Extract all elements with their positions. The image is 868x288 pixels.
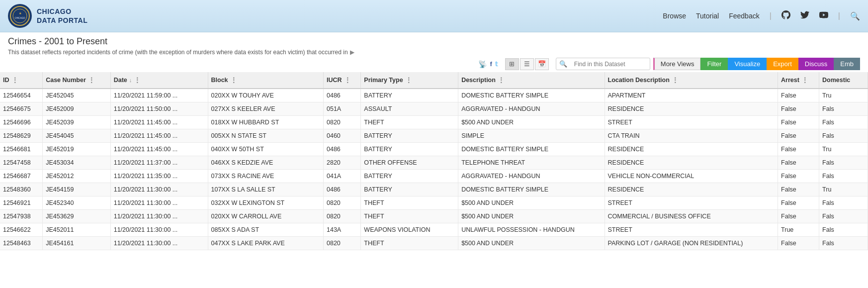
cell-loc: STREET: [605, 223, 778, 237]
search-button[interactable]: 🔍: [850, 11, 860, 21]
cell-arrest: False: [778, 170, 819, 183]
col-type-menu[interactable]: ⋮: [405, 76, 412, 84]
twitter-icon[interactable]: [800, 10, 809, 21]
cell-domestic: Fals: [819, 223, 868, 237]
calendar-view-button[interactable]: 📅: [535, 58, 549, 70]
cell-type: BATTERY: [361, 143, 458, 156]
cell-arrest: False: [778, 143, 819, 156]
cell-desc: AGGRAVATED - HANDGUN: [458, 170, 605, 183]
nav-divider: |: [770, 11, 772, 20]
facebook-icon[interactable]: f: [490, 60, 492, 68]
discuss-tab[interactable]: Discuss: [798, 58, 834, 70]
col-header-id: ID ⋮: [0, 72, 43, 89]
cell-domestic: Fals: [819, 156, 868, 170]
cell-block: 005XX N STATE ST: [208, 129, 324, 143]
cell-case: JE452340: [43, 196, 111, 210]
cell-iucr: 0486: [324, 183, 361, 196]
cell-date: 11/20/2021 11:45:00 ...: [110, 143, 208, 156]
dataset-info: Crimes - 2001 to Present This dataset re…: [0, 32, 868, 56]
cell-iucr: 2820: [324, 156, 361, 170]
view-buttons: ⊞ ☰ 📅: [505, 58, 549, 70]
cell-date: 11/20/2021 11:59:00 ...: [110, 89, 208, 102]
col-arrest-menu[interactable]: ⋮: [801, 76, 808, 84]
expand-description-arrow[interactable]: ▶: [350, 49, 354, 56]
col-desc-menu[interactable]: ⋮: [498, 76, 505, 84]
cell-domestic: Fals: [819, 196, 868, 210]
social-share-icons: 📡 f 𝕥: [478, 60, 498, 68]
embed-tab[interactable]: Emb: [834, 58, 860, 70]
cell-block: 085XX S ADA ST: [208, 223, 324, 237]
cell-type: THEFT: [361, 237, 458, 250]
cell-desc: DOMESTIC BATTERY SIMPLE: [458, 89, 605, 102]
cell-domestic: Fals: [819, 170, 868, 183]
cell-desc: UNLAWFUL POSSESSION - HANDGUN: [458, 223, 605, 237]
cell-iucr: 0486: [324, 143, 361, 156]
cell-iucr: 041A: [324, 170, 361, 183]
cell-id: 12546681: [0, 143, 43, 156]
cell-iucr: 0820: [324, 196, 361, 210]
data-table-container: ID ⋮ Case Number ⋮ Date ↓ ⋮: [0, 72, 868, 250]
table-row: 12548463JE45416111/20/2021 11:30:00 ...0…: [0, 237, 868, 250]
more-views-tab[interactable]: More Views: [653, 58, 701, 70]
col-iucr-menu[interactable]: ⋮: [344, 76, 351, 84]
col-header-iucr: IUCR ⋮: [324, 72, 361, 89]
logo-text: CHICAGO DATA PORTAL: [37, 7, 87, 25]
cell-id: 12548629: [0, 129, 43, 143]
col-case-menu[interactable]: ⋮: [88, 76, 95, 84]
cell-id: 12546654: [0, 89, 43, 102]
cell-type: WEAPONS VIOLATION: [361, 223, 458, 237]
col-block-menu[interactable]: ⋮: [230, 76, 237, 84]
cell-id: 12546675: [0, 102, 43, 116]
list-view-button[interactable]: ☰: [520, 58, 534, 70]
cell-id: 12547458: [0, 156, 43, 170]
cell-block: 018XX W HUBBARD ST: [208, 116, 324, 129]
cell-type: BATTERY: [361, 129, 458, 143]
nav-tutorial[interactable]: Tutorial: [696, 12, 719, 20]
cell-date: 11/20/2021 11:45:00 ...: [110, 116, 208, 129]
filter-tab[interactable]: Filter: [700, 58, 728, 70]
table-row: 12546921JE45234011/20/2021 11:30:00 ...0…: [0, 196, 868, 210]
table-row: 12546687JE45201211/20/2021 11:35:00 ...0…: [0, 170, 868, 183]
cell-arrest: False: [778, 210, 819, 223]
cell-type: OTHER OFFENSE: [361, 156, 458, 170]
cell-iucr: 0460: [324, 129, 361, 143]
cell-arrest: False: [778, 196, 819, 210]
cell-id: 12548463: [0, 237, 43, 250]
cell-date: 11/20/2021 11:30:00 ...: [110, 196, 208, 210]
cell-date: 11/20/2021 11:45:00 ...: [110, 129, 208, 143]
date-sort-icon[interactable]: ↓: [129, 77, 132, 83]
col-header-loc: Location Description ⋮: [605, 72, 778, 89]
cell-block: 040XX W 50TH ST: [208, 143, 324, 156]
table-header: ID ⋮ Case Number ⋮ Date ↓ ⋮: [0, 72, 868, 89]
cell-desc: DOMESTIC BATTERY SIMPLE: [458, 183, 605, 196]
grid-view-button[interactable]: ⊞: [505, 58, 519, 70]
cell-case: JE454161: [43, 237, 111, 250]
cell-block: 027XX S KEELER AVE: [208, 102, 324, 116]
cell-loc: STREET: [605, 196, 778, 210]
cell-arrest: False: [778, 237, 819, 250]
cell-date: 11/20/2021 11:37:00 ...: [110, 156, 208, 170]
cell-type: THEFT: [361, 196, 458, 210]
cell-case: JE452012: [43, 170, 111, 183]
export-tab[interactable]: Export: [767, 58, 798, 70]
visualize-tab[interactable]: Visualize: [728, 58, 767, 70]
cell-case: JE452019: [43, 143, 111, 156]
rss-icon[interactable]: 📡: [478, 60, 487, 68]
cell-case: JE454159: [43, 183, 111, 196]
cell-domestic: Tru: [819, 183, 868, 196]
col-loc-menu[interactable]: ⋮: [672, 76, 679, 84]
youtube-icon[interactable]: [819, 10, 828, 21]
col-date-menu[interactable]: ⋮: [134, 76, 141, 84]
col-id-menu[interactable]: ⋮: [11, 76, 18, 84]
github-icon[interactable]: [781, 10, 790, 21]
cell-case: JE453034: [43, 156, 111, 170]
cell-loc: RESIDENCE: [605, 183, 778, 196]
find-input-field[interactable]: [570, 59, 650, 69]
col-header-date: Date ↓ ⋮: [110, 72, 208, 89]
cell-domestic: Fals: [819, 129, 868, 143]
nav-browse[interactable]: Browse: [663, 12, 686, 20]
col-header-arrest: Arrest ⋮: [778, 72, 819, 89]
cell-loc: VEHICLE NON-COMMERCIAL: [605, 170, 778, 183]
twitter-share-icon[interactable]: 𝕥: [495, 60, 498, 68]
nav-feedback[interactable]: Feedback: [729, 12, 759, 20]
